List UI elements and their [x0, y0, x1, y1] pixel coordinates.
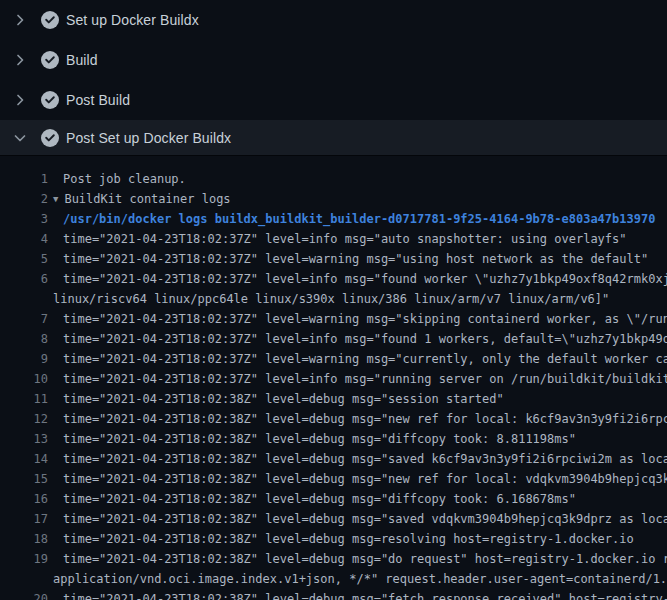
- line-text: time="2021-04-23T18:02:37Z" level=warnin…: [48, 249, 648, 269]
- log-line: 14 time="2021-04-23T18:02:38Z" level=deb…: [0, 449, 667, 469]
- line-text: time="2021-04-23T18:02:38Z" level=debug …: [48, 489, 576, 509]
- line-number[interactable]: 13: [0, 429, 48, 449]
- step-row-post-build[interactable]: Post Build: [0, 80, 667, 120]
- log-line: 6 time="2021-04-23T18:02:37Z" level=info…: [0, 269, 667, 289]
- log-line: application/vnd.oci.image.index.v1+json,…: [0, 569, 667, 589]
- line-text: time="2021-04-23T18:02:37Z" level=info m…: [48, 229, 627, 249]
- line-number[interactable]: 16: [0, 489, 48, 509]
- line-number[interactable]: 17: [0, 509, 48, 529]
- check-circle-icon: [41, 129, 59, 147]
- log-view: 1 Post job cleanup. 2 ▼ BuildKit contain…: [0, 156, 667, 600]
- line-text: application/vnd.oci.image.index.v1+json,…: [48, 569, 667, 589]
- line-number[interactable]: 8: [0, 329, 48, 349]
- line-number[interactable]: 7: [0, 309, 48, 329]
- line-text: time="2021-04-23T18:02:38Z" level=debug …: [48, 429, 576, 449]
- step-label: Post Build: [66, 92, 130, 108]
- line-number[interactable]: 19: [0, 549, 48, 569]
- line-text: Post job cleanup.: [48, 169, 186, 189]
- step-label: Set up Docker Buildx: [66, 12, 199, 28]
- line-number[interactable]: 3: [0, 209, 48, 229]
- line-number[interactable]: 20: [0, 589, 48, 600]
- log-line: 13 time="2021-04-23T18:02:38Z" level=deb…: [0, 429, 667, 449]
- step-label: Post Set up Docker Buildx: [66, 130, 231, 146]
- line-text: time="2021-04-23T18:02:38Z" level=debug …: [48, 409, 667, 429]
- line-number: [0, 569, 48, 589]
- log-line: 18 time="2021-04-23T18:02:38Z" level=deb…: [0, 529, 667, 549]
- chevron-right-icon: [12, 12, 28, 28]
- line-number[interactable]: 5: [0, 249, 48, 269]
- line-number[interactable]: 15: [0, 469, 48, 489]
- line-text: time="2021-04-23T18:02:37Z" level=info m…: [48, 369, 667, 389]
- log-line: 5 time="2021-04-23T18:02:37Z" level=warn…: [0, 249, 667, 269]
- line-number[interactable]: 6: [0, 269, 48, 289]
- line-text: time="2021-04-23T18:02:37Z" level=info m…: [48, 329, 667, 349]
- line-text: linux/riscv64 linux/ppc64le linux/s390x …: [48, 289, 609, 309]
- log-line: 11 time="2021-04-23T18:02:38Z" level=deb…: [0, 389, 667, 409]
- step-row-build[interactable]: Build: [0, 40, 667, 80]
- log-line: 16 time="2021-04-23T18:02:38Z" level=deb…: [0, 489, 667, 509]
- line-text: time="2021-04-23T18:02:38Z" level=debug …: [48, 449, 667, 469]
- log-line: 9 time="2021-04-23T18:02:37Z" level=warn…: [0, 349, 667, 369]
- line-text: time="2021-04-23T18:02:38Z" level=debug …: [48, 469, 667, 489]
- line-text: time="2021-04-23T18:02:38Z" level=debug …: [48, 389, 504, 409]
- chevron-right-icon: [12, 92, 28, 108]
- check-circle-icon: [41, 11, 59, 29]
- line-text: time="2021-04-23T18:02:38Z" level=debug …: [48, 549, 667, 569]
- log-line: 3 /usr/bin/docker logs buildx_buildkit_b…: [0, 209, 667, 229]
- step-row-set-up-docker-buildx[interactable]: Set up Docker Buildx: [0, 0, 667, 40]
- line-number[interactable]: 11: [0, 389, 48, 409]
- line-number[interactable]: 2: [0, 189, 48, 209]
- line-text: time="2021-04-23T18:02:38Z" level=debug …: [48, 529, 634, 549]
- log-line: 19 time="2021-04-23T18:02:38Z" level=deb…: [0, 549, 667, 569]
- line-text: /usr/bin/docker logs buildx_buildkit_bui…: [48, 209, 655, 229]
- log-line: 4 time="2021-04-23T18:02:37Z" level=info…: [0, 229, 667, 249]
- log-line: linux/riscv64 linux/ppc64le linux/s390x …: [0, 289, 667, 309]
- step-row-post-set-up-docker-buildx[interactable]: Post Set up Docker Buildx: [0, 120, 667, 156]
- line-number[interactable]: 1: [0, 169, 48, 189]
- log-line: 2 ▼ BuildKit container logs: [0, 189, 667, 209]
- step-label: Build: [66, 52, 98, 68]
- log-line: 15 time="2021-04-23T18:02:38Z" level=deb…: [0, 469, 667, 489]
- line-number[interactable]: 14: [0, 449, 48, 469]
- chevron-right-icon: [12, 52, 28, 68]
- check-circle-icon: [41, 51, 59, 69]
- line-number[interactable]: 9: [0, 349, 48, 369]
- chevron-down-icon: [12, 130, 28, 146]
- line-number[interactable]: 4: [0, 229, 48, 249]
- line-text[interactable]: BuildKit container logs: [64, 189, 230, 209]
- line-number[interactable]: 18: [0, 529, 48, 549]
- check-circle-icon: [41, 91, 59, 109]
- line-text: time="2021-04-23T18:02:37Z" level=warnin…: [48, 309, 667, 329]
- line-text: time="2021-04-23T18:02:38Z" level=debug …: [48, 589, 667, 600]
- log-line: 20 time="2021-04-23T18:02:38Z" level=deb…: [0, 589, 667, 600]
- line-number[interactable]: 10: [0, 369, 48, 389]
- line-text: time="2021-04-23T18:02:37Z" level=warnin…: [48, 349, 667, 369]
- log-line: 8 time="2021-04-23T18:02:37Z" level=info…: [0, 329, 667, 349]
- steps-list: Set up Docker Buildx Build: [0, 0, 667, 156]
- line-number: [0, 289, 48, 309]
- log-line: 1 Post job cleanup.: [0, 169, 667, 189]
- log-line: 7 time="2021-04-23T18:02:37Z" level=warn…: [0, 309, 667, 329]
- log-line: 12 time="2021-04-23T18:02:38Z" level=deb…: [0, 409, 667, 429]
- line-text: time="2021-04-23T18:02:37Z" level=info m…: [48, 269, 667, 289]
- log-line: 10 time="2021-04-23T18:02:37Z" level=inf…: [0, 369, 667, 389]
- group-caret-icon[interactable]: ▼: [48, 189, 58, 209]
- actions-log-viewer: Set up Docker Buildx Build: [0, 0, 667, 600]
- log-line: 17 time="2021-04-23T18:02:38Z" level=deb…: [0, 509, 667, 529]
- line-text: time="2021-04-23T18:02:38Z" level=debug …: [48, 509, 667, 529]
- line-number[interactable]: 12: [0, 409, 48, 429]
